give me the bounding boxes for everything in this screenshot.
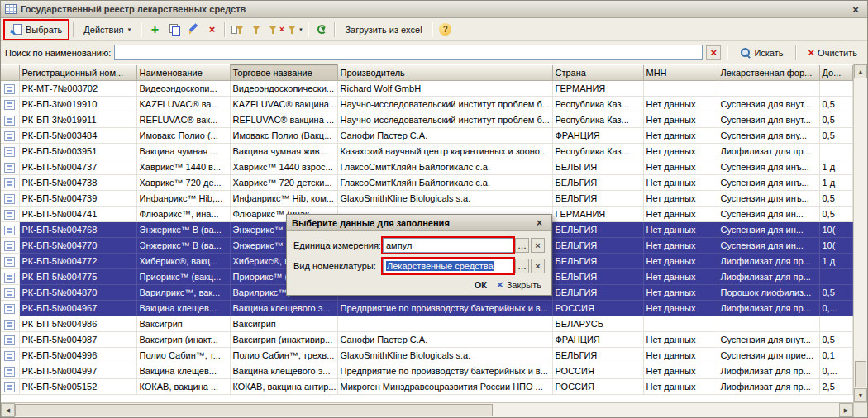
add-button[interactable]: +	[145, 21, 164, 39]
table-row[interactable]: РК-БП-5№003951 Вакцина чумная ... Вакцин…	[1, 144, 853, 159]
delete-button[interactable]: ×	[203, 21, 221, 39]
column-header-registration[interactable]: Регистрационный ном...	[19, 65, 136, 81]
column-header-country[interactable]: Страна	[552, 65, 643, 81]
column-header-name[interactable]: Наименование	[136, 65, 230, 81]
cell-registration: РК-МТ-7№003702	[19, 81, 136, 97]
column-header-mnn[interactable]: МНН	[643, 65, 718, 81]
filter-clear-button[interactable]: ×	[267, 21, 285, 39]
table-row[interactable]: РК-БП-3№019910 KAZFLUVAC® ва... KAZFLUVA…	[1, 97, 853, 112]
cell-country: БЕЛЬГИЯ	[552, 285, 643, 301]
cell-mnn: Нет данных	[643, 363, 718, 379]
kind-field[interactable]: Лекарственные средства	[383, 259, 513, 273]
table-row[interactable]: РК-БП-5№005152 КОКАВ, вакцина ... КОКАВ,…	[1, 379, 853, 395]
load-excel-button[interactable]: Загрузить из excel	[339, 21, 427, 39]
table-row[interactable]: РК-БП-5№004996 Полио Сабин™, т... Полио …	[1, 348, 853, 363]
cell-trade-name: Имовакс Полио (Вакц...	[230, 128, 337, 144]
record-icon	[4, 100, 15, 110]
column-header-icon[interactable]	[1, 65, 19, 81]
column-header-form[interactable]: Лекарственная фор...	[718, 65, 819, 81]
kind-label: Вид номенклатуры:	[293, 261, 381, 271]
cell-country: ГЕРМАНИЯ	[552, 81, 643, 97]
scroll-right-button[interactable]: ▶	[839, 403, 853, 417]
cell-dose: 0,5	[819, 285, 853, 301]
table-row[interactable]: РК-БП-5№004967 Вакцина клещев... Вакцина…	[1, 301, 853, 316]
column-header-trade-name[interactable]: Торговое название	[230, 65, 337, 81]
record-icon	[4, 351, 15, 361]
app-window: Государственный реестр лекарственных сре…	[0, 0, 868, 418]
cell-dose	[819, 269, 853, 285]
cell-name: Инфанрикс™ Hib,...	[136, 191, 230, 207]
column-header-dose[interactable]: До...	[819, 65, 853, 81]
kind-clear-button[interactable]: ×	[531, 259, 545, 273]
cell-form: Суспензия для инъ...	[718, 175, 819, 191]
cell-manufacturer: Научно-исследовательский институт пробле…	[337, 112, 552, 128]
horizontal-scroll-track[interactable]	[15, 403, 839, 417]
filter-by-value-button[interactable]	[248, 21, 266, 39]
clear-icon: ×	[808, 47, 815, 58]
dialog-close-button[interactable]: ×	[532, 216, 546, 229]
cell-dose	[819, 144, 853, 159]
cell-trade-name: REFLUVAC® вакцина ...	[230, 112, 337, 128]
kind-select-button[interactable]: …	[515, 259, 529, 273]
scroll-down-button[interactable]: ▼	[854, 388, 867, 402]
cell-name: Полио Сабин™, т...	[136, 348, 230, 363]
help-button[interactable]: ?	[436, 21, 455, 39]
cell-name: Имовакс Полио (...	[136, 128, 230, 144]
cell-trade-name: Хаврикс™ 1440 взрос...	[230, 159, 337, 175]
funnel-icon	[236, 25, 246, 35]
search-input-clear-button[interactable]: ×	[706, 45, 721, 60]
table-row[interactable]: РК-БП-5№004739 Инфанрикс™ Hib,... Инфанр…	[1, 191, 853, 207]
edit-button[interactable]	[184, 21, 202, 39]
copy-button[interactable]	[165, 21, 183, 39]
cell-trade-name: Вакцина чумная жив...	[230, 144, 337, 159]
cell-country: ФРАНЦИЯ	[552, 332, 643, 348]
cell-mnn: Нет данных	[643, 144, 718, 159]
table-row[interactable]: РК-БП-3№019911 REFLUVAC® вак... REFLUVAC…	[1, 112, 853, 128]
ok-button[interactable]: ОК	[475, 280, 487, 290]
vertical-scroll-track[interactable]	[854, 78, 867, 388]
search-input[interactable]	[114, 45, 703, 60]
window-close-button[interactable]: ×	[848, 2, 863, 16]
vertical-scroll-thumb[interactable]	[855, 361, 866, 387]
unit-field[interactable]: ампул	[383, 238, 513, 253]
table-row[interactable]: РК-БП-5№004987 Ваксигрип (инакт... Вакси…	[1, 332, 853, 348]
record-icon	[4, 116, 15, 126]
cell-registration: РК-БП-5№004987	[19, 332, 136, 348]
horizontal-scrollbar[interactable]: ◀ ▶	[1, 402, 867, 417]
record-icon	[4, 241, 15, 251]
actions-button-label: Действия	[83, 25, 123, 35]
find-button[interactable]: Искать	[734, 44, 789, 62]
table-row[interactable]: РК-БП-5№004997 Вакцина клещев... Вакцина…	[1, 363, 853, 379]
refresh-button[interactable]	[312, 21, 331, 39]
record-icon	[4, 131, 15, 141]
search-label: Поиск по наименованию:	[5, 48, 111, 58]
unit-select-button[interactable]: …	[515, 238, 529, 253]
unit-field-row: Единица измерения: ампул … ×	[293, 238, 545, 253]
actions-button[interactable]: Действия ▼	[78, 21, 137, 39]
scroll-up-button[interactable]: ▲	[854, 64, 867, 78]
table-row[interactable]: РК-МТ-7№003702 Видеоэндоскопи... Видеоэн…	[1, 81, 853, 97]
cell-trade-name: Видеоэндоскопически...	[230, 81, 337, 97]
clear-button[interactable]: × Очистить	[803, 44, 863, 62]
column-header-manufacturer[interactable]: Производитель	[337, 65, 552, 81]
table-row[interactable]: РК-БП-5№004737 Хаврикс™ 1440 в... Хаврик…	[1, 159, 853, 175]
chevron-down-icon: ▼	[127, 27, 132, 32]
toolbar-separator	[432, 22, 433, 37]
select-button[interactable]: Выбрать	[5, 21, 68, 39]
cell-name: Хиберикс®, вакц...	[136, 254, 230, 269]
horizontal-scroll-thumb[interactable]	[15, 404, 493, 416]
edit-icon	[188, 24, 198, 35]
vertical-scrollbar[interactable]: ▲ ▼	[853, 64, 867, 402]
filter-settings-button[interactable]	[229, 21, 247, 39]
close-button[interactable]: × Закрыть	[497, 279, 541, 290]
cell-form: Суспензия для ин...	[718, 238, 819, 254]
table-row[interactable]: РК-БП-5№003484 Имовакс Полио (... Имовак…	[1, 128, 853, 144]
unit-clear-button[interactable]: ×	[531, 238, 545, 253]
filter-history-button[interactable]: ▼	[286, 21, 304, 39]
cell-country: РОССИЯ	[552, 379, 643, 395]
scroll-left-button[interactable]: ◀	[1, 403, 15, 417]
table-row[interactable]: РК-БП-5№004738 Хаврикс™ 720 де... Хаврик…	[1, 175, 853, 191]
cell-dose: 0,5	[819, 332, 853, 348]
table-row[interactable]: РК-БП-5№004986 Ваксигрип Ваксигрип БЕЛАР…	[1, 316, 853, 332]
cell-dose	[819, 316, 853, 332]
